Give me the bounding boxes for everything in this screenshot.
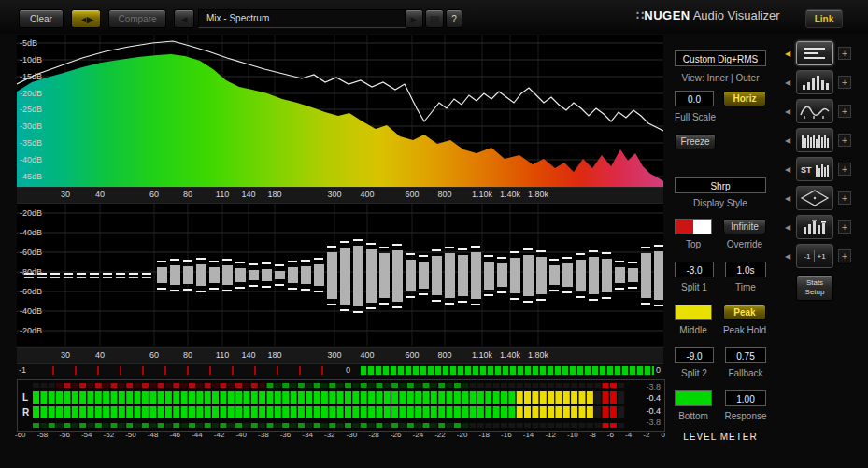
slot8-add-button[interactable]: +: [838, 249, 851, 262]
clip-tick: [299, 366, 301, 375]
play-button[interactable]: ▶: [405, 9, 423, 28]
db-tick-label: -30dB: [20, 121, 42, 131]
freq-tick-label: 110: [216, 350, 229, 360]
position-mid-label: 0: [346, 365, 350, 375]
slot5-add-button[interactable]: +: [838, 163, 851, 176]
band-bar: [562, 263, 573, 287]
view-offset-button[interactable]: -1+1: [796, 244, 833, 268]
freq-tick-label: 60: [149, 350, 159, 360]
split2-value[interactable]: -9.0: [675, 347, 714, 363]
meter-scale-label: -8: [590, 431, 596, 439]
meter-mode-select[interactable]: Custom Dig+RMS: [675, 50, 766, 66]
preset-dropdown[interactable]: Mix - Spectrum: [198, 9, 411, 28]
level-meter-title: LEVEL METER: [669, 432, 772, 442]
view-slot-3: ◀ +: [781, 99, 868, 123]
meter-scale-label: -48: [148, 431, 159, 439]
freq-tick-label: 80: [183, 190, 192, 199]
meter-scale-label: -32: [324, 431, 335, 439]
view-level-list-button[interactable]: [796, 41, 833, 65]
position-left-label: -1: [19, 365, 26, 375]
override-button[interactable]: Infinite: [723, 219, 766, 234]
slot6-arrow-button[interactable]: ◀: [782, 191, 793, 206]
view-histogram-button[interactable]: [796, 70, 833, 94]
freq-tick-label: 110: [216, 190, 229, 199]
bottom-color-swatch[interactable]: [675, 390, 712, 406]
band-bar: [196, 264, 206, 286]
slot7-add-button[interactable]: +: [838, 220, 851, 234]
link-button[interactable]: Link: [805, 9, 843, 28]
band-bar: [445, 253, 455, 298]
slot3-add-button[interactable]: +: [838, 105, 851, 118]
compare-button[interactable]: Compare: [108, 9, 166, 28]
view-stereo-button[interactable]: ST: [796, 157, 833, 181]
view-meter-bars-button[interactable]: [796, 215, 833, 239]
clear-button[interactable]: Clear: [19, 9, 64, 28]
time-label: Time: [725, 282, 766, 292]
band-bar: [523, 255, 534, 296]
view-slot-6: ◀ +: [781, 186, 868, 210]
prev-preset-button[interactable]: ◀: [174, 9, 194, 28]
ab-compare-toggle[interactable]: ◄▶: [71, 9, 101, 28]
slot1-add-button[interactable]: +: [838, 47, 851, 60]
fallback-value[interactable]: 0.75: [725, 347, 766, 363]
slot8-arrow-button[interactable]: ◀: [782, 248, 793, 263]
band-bar: [484, 262, 494, 290]
slot7-arrow-button[interactable]: ◀: [782, 220, 793, 234]
band-frequency-axis: 304060801101401803004006008001.10k1.40k1…: [17, 347, 663, 364]
meter-scale-label: -42: [214, 431, 225, 439]
left-triangle-icon: ◀: [785, 136, 790, 145]
band-spectrum-display: -20dB-40dB-60dB-80dB-60dB-40dB-20dB: [17, 204, 663, 346]
slot4-arrow-button[interactable]: ◀: [782, 133, 793, 148]
stats-setup-button[interactable]: Stats Setup: [796, 275, 833, 301]
view-band-bars-button[interactable]: [796, 128, 833, 152]
band-bar: [471, 252, 481, 299]
position-slider[interactable]: [361, 366, 654, 375]
top-color-swatch[interactable]: [675, 219, 712, 234]
meter-readout: -0.4: [646, 393, 661, 403]
spectrum-display: -5dB-10dB-15dB-20dB-25dB-30dB-35dB-40dB-…: [17, 35, 663, 187]
slot6-add-button[interactable]: +: [838, 191, 851, 205]
logo-product: Audio Visualizer: [690, 8, 780, 22]
response-value[interactable]: 1.00: [725, 390, 766, 406]
preset-list-button[interactable]: ▤: [425, 9, 444, 28]
db-tick-label: -15dB: [20, 72, 42, 81]
band-bar: [301, 266, 311, 284]
meter-scale-label: -24: [413, 431, 424, 439]
diamond-icon: [800, 190, 830, 206]
display-style-select[interactable]: Shrp: [675, 177, 766, 193]
slot2-arrow-button[interactable]: ◀: [782, 75, 793, 90]
split1-value[interactable]: -3.0: [675, 262, 714, 277]
band-bars-icon: [800, 132, 830, 149]
band-bar: [327, 252, 337, 299]
freeze-button[interactable]: Freeze: [675, 134, 716, 149]
left-triangle-icon: ◀: [785, 223, 790, 232]
middle-color-swatch[interactable]: [675, 305, 712, 320]
band-bar: [157, 267, 167, 283]
meter-scale-label: -30: [347, 431, 358, 439]
left-arrow-icon: ◀: [181, 15, 188, 24]
view-vectorscope-button[interactable]: [796, 186, 833, 210]
band-bar: [353, 246, 363, 306]
horiz-button[interactable]: Horiz: [723, 91, 766, 106]
band-bar: [262, 269, 272, 281]
band-bar: [576, 260, 586, 291]
slot4-add-button[interactable]: +: [838, 134, 851, 147]
freq-tick-label: 30: [61, 350, 70, 360]
peak-hold-label: Peak Hold: [719, 325, 770, 335]
freq-tick-label: 1.40k: [500, 190, 520, 199]
slot2-add-button[interactable]: +: [838, 76, 851, 89]
slot3-arrow-button[interactable]: ◀: [782, 104, 793, 119]
time-value[interactable]: 1.0s: [725, 262, 766, 277]
left-triangle-icon: ◀: [785, 165, 790, 174]
full-scale-value[interactable]: 0.0: [675, 91, 714, 106]
view-spectrum-curve-button[interactable]: [796, 99, 833, 123]
db-tick-label: -35dB: [20, 138, 42, 148]
slot5-arrow-button[interactable]: ◀: [782, 162, 793, 177]
spectrum-fill: [17, 54, 663, 187]
meter-scale-label: -56: [59, 431, 70, 439]
help-button[interactable]: ?: [446, 9, 462, 28]
slot1-arrow-button[interactable]: ◀: [782, 46, 793, 61]
freq-tick-label: 300: [327, 350, 341, 360]
spectrum-frequency-axis: 304060801101401803004006008001.10k1.40k1…: [17, 187, 663, 204]
peak-hold-button[interactable]: Peak: [723, 305, 766, 320]
